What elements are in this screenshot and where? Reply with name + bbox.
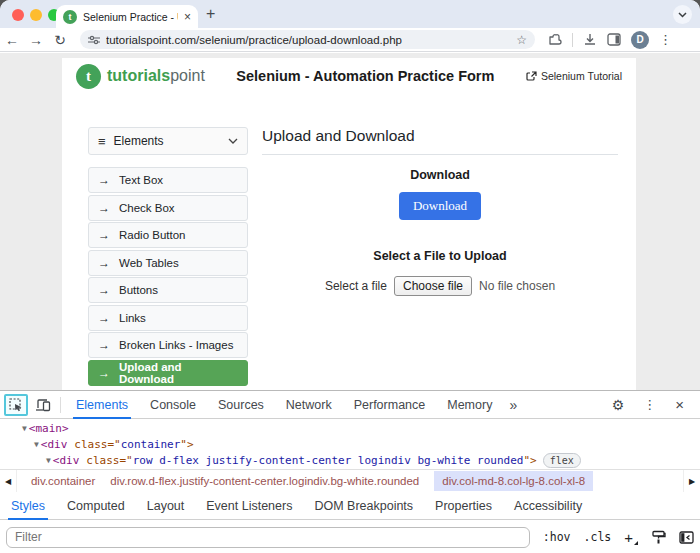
inspect-element-button[interactable] (4, 394, 28, 416)
selenium-tutorial-link[interactable]: Selenium Tutorial (526, 70, 622, 82)
tab-properties[interactable]: Properties (424, 492, 503, 520)
profile-avatar[interactable]: D (631, 31, 649, 49)
devtools-menu-icon[interactable]: ⋮ (643, 397, 656, 412)
arrow-right-icon: → (98, 366, 110, 380)
downloads-icon[interactable] (583, 33, 597, 47)
tab-layout[interactable]: Layout (136, 492, 196, 520)
expand-arrow-icon[interactable]: ▼ (22, 424, 27, 433)
computed-sidebar-toggle-icon[interactable] (679, 531, 694, 544)
sidebar-item-text-box[interactable]: →Text Box (88, 167, 248, 193)
address-bar[interactable]: tutorialspoint.com/selenium/practice/upl… (80, 30, 535, 49)
syntax-token: < (29, 422, 36, 435)
sidebar-item-label: Broken Links - Images (119, 339, 233, 351)
devtools-tab-elements[interactable]: Elements (65, 391, 139, 419)
breadcrumb-item-container[interactable]: div.container (31, 475, 95, 487)
minimize-window-button[interactable] (30, 9, 42, 21)
back-button[interactable]: ← (0, 32, 24, 48)
device-toolbar-button[interactable] (30, 394, 56, 416)
breadcrumb-scroll-left-icon[interactable]: ◀ (0, 470, 17, 492)
download-button[interactable]: Download (399, 192, 481, 220)
bookmark-star-icon[interactable]: ☆ (516, 33, 527, 47)
side-panel-icon[interactable] (607, 33, 621, 46)
brand-light: point (170, 67, 205, 84)
attr-value: row d-flex justify-content-center logind… (133, 454, 524, 467)
styles-pane-tabs: Styles Computed Layout Event Listeners D… (0, 492, 700, 520)
rendering-emulations-icon[interactable] (651, 530, 666, 545)
syntax-token: > (62, 422, 69, 435)
tab-search-chevron-icon[interactable] (673, 5, 692, 24)
sidebar-item-broken-links-images[interactable]: →Broken Links - Images (88, 332, 248, 358)
styles-filter-input[interactable] (6, 527, 530, 548)
breadcrumb-item-row[interactable]: div.row.d-flex.justify-content-center.lo… (110, 475, 419, 487)
sidebar-item-links[interactable]: →Links (88, 305, 248, 331)
flex-badge[interactable]: flex (543, 453, 581, 468)
sidebar-item-check-box[interactable]: →Check Box (88, 195, 248, 221)
forward-button[interactable]: → (24, 32, 48, 48)
devtools-tab-network[interactable]: Network (275, 391, 343, 419)
file-input-row: Select a file Choose file No file chosen (262, 276, 618, 296)
new-style-rule-button[interactable]: + (624, 529, 638, 546)
arrow-right-icon: → (98, 256, 110, 270)
web-page: t tutorialspoint Selenium - Automation P… (0, 53, 700, 390)
download-heading: Download (262, 168, 618, 182)
tree-row-main[interactable]: ▼<main> (0, 420, 700, 436)
breadcrumb-scroll-right-icon[interactable]: ▶ (683, 470, 700, 492)
expand-arrow-icon[interactable]: ▼ (34, 440, 39, 449)
tab-computed[interactable]: Computed (56, 492, 136, 520)
tab-dom-breakpoints[interactable]: DOM Breakpoints (303, 492, 424, 520)
devtools-tab-console[interactable]: Console (139, 391, 207, 419)
browser-menu-icon[interactable]: ⋮ (659, 32, 672, 47)
close-window-button[interactable] (12, 9, 24, 21)
main-panel: Upload and Download Download Download Se… (262, 127, 618, 296)
sidebar-accordion-header[interactable]: ≡ Elements (88, 127, 248, 155)
arrow-right-icon: → (98, 228, 110, 242)
sidebar-item-radio-button[interactable]: →Radio Button (88, 222, 248, 248)
devtools-separator (60, 397, 61, 413)
sidebar-items: →Text Box →Check Box →Radio Button →Web … (88, 167, 248, 386)
devtools-tab-performance[interactable]: Performance (343, 391, 437, 419)
devtools-tab-memory[interactable]: Memory (436, 391, 503, 419)
breadcrumb-item-selected[interactable]: div.col-md-8.col-lg-8.col-xl-8 (434, 471, 593, 491)
browser-tab[interactable]: t Selenium Practice - Upload a × (56, 5, 198, 28)
new-tab-button[interactable]: + (206, 5, 215, 23)
inspect-cursor-icon (9, 398, 23, 412)
elements-sidebar: ≡ Elements →Text Box →Check Box →Radio B… (88, 127, 248, 386)
url-text[interactable]: tutorialspoint.com/selenium/practice/upl… (106, 34, 510, 46)
arrow-right-icon: → (98, 283, 110, 297)
sidebar-item-web-tables[interactable]: →Web Tables (88, 250, 248, 276)
site-settings-icon[interactable] (88, 35, 100, 45)
syntax-token: < (41, 438, 48, 451)
devtools-close-icon[interactable]: × (675, 396, 684, 413)
tab-favicon-icon: t (63, 10, 77, 24)
arrow-right-icon: → (98, 311, 110, 325)
arrow-right-icon: → (98, 201, 110, 215)
tutorialspoint-logo-icon[interactable]: t (76, 64, 101, 89)
syntax-token: =" (119, 454, 132, 467)
tree-row-container[interactable]: ▼<divclass="container"> (0, 436, 700, 452)
upload-heading: Select a File to Upload (262, 249, 618, 263)
attr-value: container (121, 438, 181, 451)
brand-name[interactable]: tutorialspoint (107, 67, 205, 85)
more-tabs-icon[interactable]: » (503, 397, 523, 413)
expand-arrow-icon[interactable]: ▼ (46, 456, 51, 465)
extensions-icon[interactable] (547, 32, 562, 47)
section-title: Upload and Download (262, 127, 618, 145)
toggle-element-state-button[interactable]: :hov (543, 530, 571, 544)
tab-event-listeners[interactable]: Event Listeners (195, 492, 303, 520)
choose-file-button[interactable]: Choose file (394, 276, 472, 296)
sidebar-item-label: Links (119, 312, 146, 324)
page-title: Selenium - Automation Practice Form (205, 68, 526, 84)
devtools-settings-gear-icon[interactable]: ⚙ (612, 397, 625, 413)
arrow-right-icon: → (98, 173, 110, 187)
sidebar-item-buttons[interactable]: →Buttons (88, 277, 248, 303)
reload-button[interactable]: ↻ (48, 32, 72, 48)
chevron-down-icon (228, 138, 238, 144)
device-toolbar-icon (35, 398, 51, 412)
devtools-tab-sources[interactable]: Sources (207, 391, 275, 419)
element-classes-button[interactable]: .cls (584, 530, 612, 544)
tab-accessibility[interactable]: Accessibility (503, 492, 593, 520)
tab-close-icon[interactable]: × (184, 11, 191, 23)
sidebar-item-upload-and-download[interactable]: →Upload and Download (88, 360, 248, 386)
tree-row-logindiv[interactable]: ▼<divclass="row d-flex justify-content-c… (0, 452, 700, 468)
tab-styles[interactable]: Styles (0, 492, 56, 520)
